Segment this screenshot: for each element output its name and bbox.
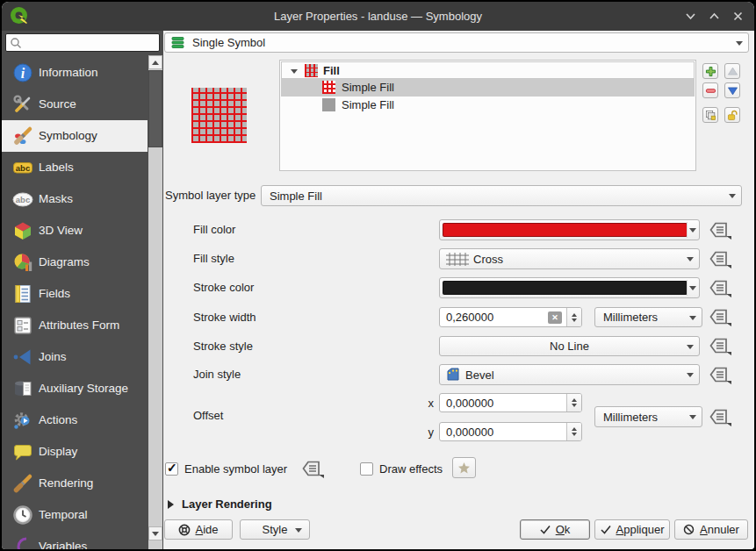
close-button[interactable]	[732, 11, 744, 22]
single-symbol-icon	[171, 36, 184, 49]
stroke-color-button[interactable]	[439, 277, 700, 298]
offset-unit-value: Millimeters	[595, 411, 658, 424]
tree-row-simple-fill-1[interactable]: Simple Fill	[281, 79, 695, 97]
draw-effects-label: Draw effects	[379, 459, 443, 480]
sidebar-item-labels[interactable]: abc Labels	[2, 152, 148, 183]
stroke-color-dropdown-arrow[interactable]	[689, 286, 696, 294]
abc-yellow-icon: abc	[12, 157, 33, 178]
sidebar-item-fields[interactable]: Fields	[2, 278, 148, 310]
svg-text:abc: abc	[16, 195, 30, 204]
cancel-button[interactable]: Annuler	[674, 519, 748, 540]
check-icon	[540, 525, 551, 534]
symbol-layer-type-label: Symbol layer type	[165, 185, 256, 206]
offset-y-label: y	[418, 422, 434, 443]
fill-symbol-preview-icon	[305, 64, 318, 77]
tree-row-simple-fill-2[interactable]: Simple Fill	[281, 97, 695, 114]
duplicate-symbol-layer-button[interactable]	[702, 107, 718, 123]
sidebar-item-rendering[interactable]: Rendering	[2, 468, 148, 499]
move-up-button[interactable]	[724, 63, 740, 79]
sidebar-item-3d-view[interactable]: 3D View	[2, 215, 148, 247]
sidebar-item-symbology[interactable]: Symbology	[2, 120, 148, 152]
database-icon	[12, 378, 33, 399]
stroke-color-data-defined-button[interactable]	[709, 278, 731, 297]
stroke-width-unit-combobox[interactable]: Millimeters	[594, 307, 702, 327]
sidebar-item-attributes-form[interactable]: Attributes Form	[2, 310, 148, 341]
enable-symbol-layer-label: Enable symbol layer	[184, 459, 287, 480]
ok-button[interactable]: Ok	[520, 519, 590, 540]
sidebar-item-joins[interactable]: Joins	[2, 341, 148, 373]
enable-symbol-layer-checkbox[interactable]	[165, 462, 178, 476]
help-button[interactable]: Aide	[164, 519, 233, 540]
tree-row-fill[interactable]: Fill	[281, 61, 695, 79]
lock-icon	[727, 110, 738, 121]
sidebar-item-information[interactable]: i Information	[2, 57, 148, 89]
stroke-width-spinbox[interactable]: 0,260000 ✕	[439, 307, 582, 327]
search-icon	[10, 37, 22, 49]
stroke-style-combobox[interactable]: No Line	[439, 336, 700, 356]
minimize-button[interactable]	[685, 11, 696, 22]
collapsed-arrow-icon[interactable]	[168, 500, 178, 509]
offset-data-defined-button[interactable]	[709, 407, 731, 426]
draw-effects-checkbox[interactable]	[360, 462, 373, 476]
symbol-layer-tree: Fill Simple Fill Simple Fill	[279, 60, 696, 171]
lock-color-button[interactable]	[724, 107, 740, 123]
offset-y-value: 0,000000	[446, 423, 493, 441]
fill-color-data-defined-button[interactable]	[709, 220, 731, 240]
scrollbar-up-button[interactable]	[148, 55, 162, 69]
stroke-style-data-defined-button[interactable]	[709, 336, 731, 355]
sidebar-item-auxiliary-storage[interactable]: Auxiliary Storage	[2, 373, 148, 404]
stroke-color-label: Stroke color	[193, 277, 254, 298]
title-bar[interactable]: Layer Properties - landuse — Symbology	[2, 2, 754, 31]
table-fields-icon	[12, 283, 33, 304]
svg-text:i: i	[21, 66, 25, 81]
sidebar-search-input[interactable]	[5, 33, 160, 52]
stroke-width-unit-value: Millimeters	[595, 311, 658, 324]
join-style-combobox[interactable]: Bevel	[439, 364, 700, 385]
style-menu-arrow[interactable]	[295, 528, 302, 536]
fill-color-label: Fill color	[193, 219, 235, 240]
gray-fill-icon	[322, 98, 335, 111]
move-down-button[interactable]	[724, 82, 740, 98]
offset-unit-combobox[interactable]: Millimeters	[594, 406, 702, 427]
offset-x-spin-buttons[interactable]	[566, 394, 581, 411]
window-title: Layer Properties - landuse — Symbology	[2, 2, 754, 31]
effects-customize-button[interactable]	[452, 457, 476, 478]
symbol-layer-type-value: Simple Fill	[262, 190, 322, 203]
apply-button[interactable]: Appliquer	[594, 519, 670, 540]
symbol-layer-type-combobox[interactable]: Simple Fill	[261, 185, 742, 206]
join-style-data-defined-button[interactable]	[709, 365, 731, 384]
fill-style-data-defined-button[interactable]	[709, 249, 731, 268]
paintbrush-colors-icon	[12, 125, 33, 147]
scrollbar-thumb[interactable]	[148, 70, 162, 147]
stroke-width-data-defined-button[interactable]	[709, 307, 731, 326]
renderer-combobox[interactable]: Single Symbol	[164, 32, 749, 53]
expander-icon[interactable]	[291, 69, 298, 77]
fill-color-button[interactable]	[439, 219, 700, 240]
enable-layer-data-defined-button[interactable]	[301, 459, 324, 478]
sidebar-item-temporal[interactable]: Temporal	[2, 499, 148, 531]
remove-symbol-layer-button[interactable]	[702, 82, 718, 98]
sidebar-item-variables[interactable]: Variables	[2, 531, 148, 549]
offset-y-spin-buttons[interactable]	[566, 423, 581, 440]
sidebar-item-display[interactable]: Display	[2, 436, 148, 468]
fill-style-combobox[interactable]: Cross	[439, 248, 700, 269]
fill-color-dropdown-arrow[interactable]	[689, 228, 696, 236]
sidebar-item-actions[interactable]: Actions	[2, 404, 148, 436]
add-symbol-layer-button[interactable]	[702, 63, 718, 79]
sidebar-item-masks[interactable]: abc Masks	[2, 183, 148, 215]
sidebar-item-source[interactable]: Source	[2, 89, 148, 120]
offset-x-spinbox[interactable]: 0,000000	[439, 393, 582, 412]
up-arrow-icon	[727, 66, 738, 77]
clear-value-icon[interactable]: ✕	[548, 311, 562, 324]
bevel-join-icon	[446, 368, 460, 382]
stroke-width-spin-buttons[interactable]	[566, 308, 581, 326]
offset-y-spinbox[interactable]: 0,000000	[439, 422, 582, 441]
maximize-button[interactable]	[709, 11, 720, 22]
sidebar-item-diagrams[interactable]: Diagrams	[2, 247, 148, 278]
sidebar-scrollbar[interactable]	[148, 55, 162, 549]
layer-rendering-group[interactable]: Layer Rendering	[168, 496, 431, 513]
style-button[interactable]: Style	[240, 519, 310, 540]
sidebar: i Information Source Symbology abc Label…	[2, 31, 163, 549]
layer-rendering-label: Layer Rendering	[182, 496, 272, 513]
scrollbar-down-button[interactable]	[148, 526, 162, 540]
